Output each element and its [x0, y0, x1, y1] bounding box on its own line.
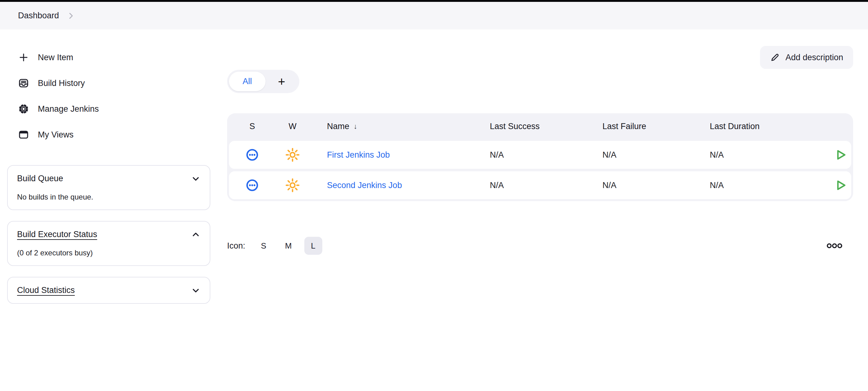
sort-descending-icon: ↓: [354, 122, 358, 131]
build-executor-status-panel: Build Executor Status (0 of 2 executors …: [7, 221, 210, 266]
window-icon: [18, 129, 29, 140]
gear-icon: [18, 103, 29, 115]
sidebar-item-label: Build History: [38, 79, 85, 88]
cloud-statistics-link[interactable]: Cloud Statistics: [17, 285, 75, 295]
pencil-icon: [770, 53, 780, 62]
build-queue-header: Build Queue: [17, 174, 200, 183]
icon-size-label: Icon:: [227, 241, 245, 251]
main-content: Add description All + S W Name ↓ Last: [227, 46, 853, 255]
column-header-status[interactable]: S: [229, 122, 276, 131]
add-description-label: Add description: [785, 53, 843, 62]
view-tabs-row: All +: [227, 70, 853, 93]
sidebar: New Item Build History: [7, 50, 210, 315]
table-row: Second Jenkins Job N/A N/A N/A: [229, 171, 851, 199]
build-executor-status-link[interactable]: Build Executor Status: [17, 230, 97, 239]
build-queue-status-text: No builds in the queue.: [17, 193, 200, 201]
chevron-down-icon[interactable]: [191, 174, 200, 183]
cloud-statistics-header: Cloud Statistics: [17, 285, 200, 295]
column-header-weather[interactable]: W: [276, 122, 310, 131]
run-build-button[interactable]: [831, 175, 850, 195]
build-executor-header: Build Executor Status: [17, 230, 200, 239]
breadcrumb-bar: Dashboard: [0, 2, 868, 29]
weather-sunny-icon[interactable]: [283, 146, 302, 164]
column-header-last-duration[interactable]: Last Duration: [710, 122, 829, 131]
run-build-button[interactable]: [831, 145, 850, 165]
icon-size-row: Icon: S M L: [227, 237, 853, 255]
cloud-statistics-panel: Cloud Statistics: [7, 277, 210, 304]
weather-sunny-icon[interactable]: [283, 176, 302, 194]
status-not-built-icon[interactable]: [244, 146, 261, 163]
chevron-up-icon[interactable]: [191, 230, 200, 239]
sidebar-item-my-views[interactable]: My Views: [7, 127, 210, 143]
table-row: First Jenkins Job N/A N/A N/A: [229, 141, 851, 169]
build-queue-panel: Build Queue No builds in the queue.: [7, 165, 210, 210]
executors-busy-text: (0 of 2 executors busy): [17, 248, 200, 257]
main-layout: New Item Build History: [0, 29, 868, 315]
jobs-table: S W Name ↓ Last Success Last Failure Las…: [227, 113, 853, 201]
chevron-down-icon[interactable]: [191, 286, 200, 295]
job-link[interactable]: First Jenkins Job: [327, 150, 390, 159]
tab-all[interactable]: All: [229, 72, 266, 91]
icon-size-large-button[interactable]: L: [304, 237, 322, 255]
sidebar-item-label: Manage Jenkins: [38, 104, 99, 114]
build-history-icon: [18, 78, 29, 89]
icon-size-medium-button[interactable]: M: [280, 237, 298, 255]
breadcrumb[interactable]: Dashboard: [18, 11, 59, 21]
sidebar-item-manage-jenkins[interactable]: Manage Jenkins: [7, 101, 210, 117]
last-success-value: N/A: [490, 181, 602, 190]
last-success-value: N/A: [490, 150, 602, 160]
add-description-button[interactable]: Add description: [760, 46, 853, 69]
last-duration-value: N/A: [710, 181, 829, 190]
jenkins-dashboard: Dashboard New Item: [0, 0, 868, 391]
content-header: Add description: [227, 46, 853, 69]
column-header-last-success[interactable]: Last Success: [490, 122, 602, 131]
jobs-table-header: S W Name ↓ Last Success Last Failure Las…: [229, 113, 851, 140]
last-failure-value: N/A: [602, 150, 710, 160]
job-link[interactable]: Second Jenkins Job: [327, 181, 402, 190]
build-queue-title: Build Queue: [17, 174, 63, 183]
view-tabbar: All +: [227, 70, 299, 93]
column-header-name-label: Name: [327, 122, 349, 131]
status-not-built-icon[interactable]: [244, 177, 261, 194]
icon-size-small-button[interactable]: S: [255, 237, 273, 255]
three-circles-icon: [827, 242, 843, 249]
sidebar-panels: Build Queue No builds in the queue. Buil…: [7, 165, 210, 304]
plus-icon: [18, 52, 29, 63]
chevron-right-icon: [67, 12, 75, 20]
sidebar-item-build-history[interactable]: Build History: [7, 76, 210, 91]
icon-legend-button[interactable]: [823, 239, 846, 252]
sidebar-item-new-item[interactable]: New Item: [7, 50, 210, 65]
new-view-tab-button[interactable]: +: [266, 72, 298, 91]
sidebar-item-label: My Views: [38, 130, 73, 140]
sidebar-item-label: New Item: [38, 53, 73, 62]
last-duration-value: N/A: [710, 150, 829, 160]
last-failure-value: N/A: [602, 181, 710, 190]
column-header-last-failure[interactable]: Last Failure: [602, 122, 710, 131]
column-header-name[interactable]: Name ↓: [310, 122, 490, 131]
sidebar-menu: New Item Build History: [7, 50, 210, 143]
